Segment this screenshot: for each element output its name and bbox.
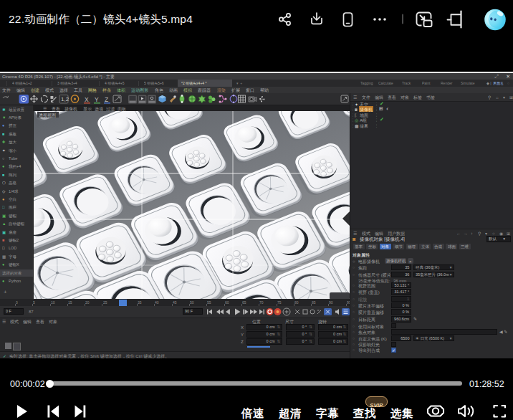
svg-text:Z: Z (105, 95, 108, 102)
svg-text:Y: Y (95, 95, 99, 102)
svg-text:1,2: 1,2 (61, 96, 69, 102)
svg-text:X: X (85, 95, 89, 102)
